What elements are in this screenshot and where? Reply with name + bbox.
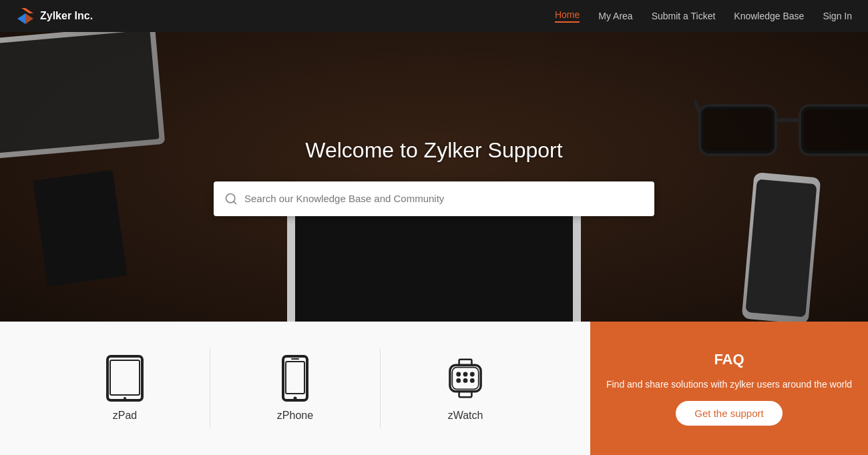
product-zphone[interactable]: zPhone bbox=[210, 355, 380, 422]
faq-area: FAQ Find and share solutions with zylker… bbox=[590, 322, 868, 455]
svg-line-6 bbox=[694, 100, 701, 117]
hero-section: Welcome to Zylker Support bbox=[0, 0, 868, 322]
nav-my-area[interactable]: My Area bbox=[598, 11, 632, 21]
hero-content: Welcome to Zylker Support bbox=[214, 138, 654, 216]
svg-marker-0 bbox=[21, 8, 33, 13]
zwatch-icon bbox=[445, 355, 485, 402]
nav-links: Home My Area Submit a Ticket Knowledge B… bbox=[555, 9, 852, 23]
phone-decoration bbox=[742, 172, 821, 322]
svg-point-17 bbox=[294, 397, 297, 400]
zpad-label: zPad bbox=[113, 410, 137, 422]
product-zwatch[interactable]: zWatch bbox=[381, 355, 550, 422]
nav-home[interactable]: Home bbox=[555, 9, 580, 23]
nav-sign-in[interactable]: Sign In bbox=[823, 11, 852, 21]
svg-rect-18 bbox=[291, 358, 299, 360]
zwatch-label: zWatch bbox=[448, 410, 483, 422]
svg-point-26 bbox=[456, 378, 461, 383]
zphone-label: zPhone bbox=[277, 410, 313, 422]
laptop-decoration bbox=[0, 24, 165, 160]
svg-marker-2 bbox=[25, 13, 33, 24]
get-support-button[interactable]: Get the support bbox=[676, 401, 782, 426]
svg-rect-9 bbox=[801, 107, 868, 153]
svg-point-14 bbox=[124, 397, 126, 400]
search-input[interactable] bbox=[244, 193, 644, 204]
bottom-section: zPad zPhone bbox=[0, 322, 868, 455]
hero-title: Welcome to Zylker Support bbox=[305, 138, 562, 163]
brand-logo-link[interactable]: Zylker Inc. bbox=[16, 7, 93, 25]
svg-rect-12 bbox=[107, 356, 142, 400]
zphone-icon bbox=[275, 355, 315, 402]
svg-point-24 bbox=[463, 372, 468, 377]
search-bar[interactable] bbox=[214, 181, 654, 216]
svg-line-11 bbox=[234, 201, 236, 203]
nav-submit-ticket[interactable]: Submit a Ticket bbox=[652, 11, 716, 21]
svg-point-27 bbox=[463, 378, 468, 383]
svg-rect-8 bbox=[701, 107, 775, 153]
notebook-decoration bbox=[33, 169, 127, 286]
zpad-icon bbox=[105, 355, 145, 402]
navbar: Zylker Inc. Home My Area Submit a Ticket… bbox=[0, 0, 868, 32]
svg-point-28 bbox=[470, 378, 475, 383]
faq-description: Find and share solutions with zylker use… bbox=[606, 378, 852, 392]
faq-title: FAQ bbox=[714, 351, 744, 368]
svg-marker-1 bbox=[17, 13, 25, 24]
tablet-decoration bbox=[287, 201, 581, 322]
brand-logo-icon bbox=[16, 7, 35, 25]
glasses-decoration bbox=[694, 80, 868, 160]
svg-rect-13 bbox=[110, 360, 140, 395]
svg-point-23 bbox=[456, 372, 461, 377]
products-area: zPad zPhone bbox=[0, 322, 590, 455]
svg-rect-16 bbox=[286, 362, 304, 394]
svg-point-25 bbox=[470, 372, 475, 377]
product-zpad[interactable]: zPad bbox=[40, 355, 210, 422]
brand-name: Zylker Inc. bbox=[40, 10, 93, 22]
nav-knowledge-base[interactable]: Knowledge Base bbox=[734, 11, 804, 21]
search-icon bbox=[224, 192, 238, 205]
